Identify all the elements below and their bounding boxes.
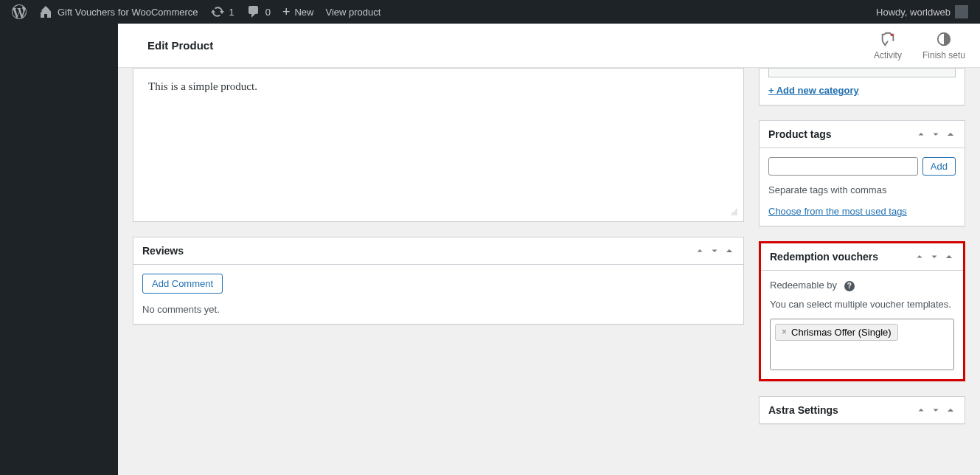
howdy-account[interactable]: Howdy, worldweb bbox=[870, 0, 974, 24]
tag-hint: Separate tags with commas bbox=[768, 184, 956, 195]
categories-box: + Add new category bbox=[759, 68, 965, 105]
product-description-box: This is a simple product. bbox=[133, 68, 744, 222]
choose-tags-link[interactable]: Choose from the most used tags bbox=[768, 206, 907, 217]
comments-count: 0 bbox=[265, 7, 271, 18]
site-name[interactable]: Gift Vouchers for WooCommerce bbox=[32, 0, 204, 24]
updates[interactable]: 1 bbox=[204, 0, 240, 24]
new-content[interactable]: + New bbox=[277, 0, 320, 24]
updates-count: 1 bbox=[229, 7, 234, 18]
remove-chip-icon[interactable]: × bbox=[782, 327, 787, 337]
voucher-chip: × Chrismas Offer (Single) bbox=[775, 324, 898, 341]
toggle-icon[interactable] bbox=[945, 405, 956, 415]
chevron-up-icon[interactable] bbox=[695, 246, 705, 256]
chevron-down-icon[interactable] bbox=[929, 252, 939, 262]
product-tags-box: Product tags Add Separate tags with comm bbox=[759, 120, 965, 226]
add-tag-button[interactable]: Add bbox=[922, 157, 956, 176]
vouchers-title: Redemption vouchers bbox=[770, 251, 878, 263]
avatar bbox=[955, 5, 968, 18]
voucher-select[interactable]: × Chrismas Offer (Single) bbox=[770, 319, 954, 370]
admin-menu[interactable] bbox=[0, 24, 118, 475]
page-header: Edit Product Activity Finish setu bbox=[118, 24, 980, 68]
finish-setup-button[interactable]: Finish setu bbox=[922, 31, 965, 60]
chevron-down-icon[interactable] bbox=[931, 129, 941, 139]
chevron-down-icon[interactable] bbox=[709, 246, 720, 256]
toggle-icon[interactable] bbox=[944, 252, 954, 262]
chevron-up-icon[interactable] bbox=[916, 129, 926, 139]
description-editor[interactable]: This is a simple product. bbox=[138, 73, 739, 217]
page-title: Edit Product bbox=[147, 39, 213, 52]
admin-bar: Gift Vouchers for WooCommerce 1 0 + New … bbox=[0, 0, 980, 24]
toggle-icon[interactable] bbox=[724, 246, 734, 256]
chevron-up-icon[interactable] bbox=[914, 252, 925, 262]
tag-input[interactable] bbox=[768, 157, 918, 176]
toggle-icon[interactable] bbox=[945, 129, 956, 139]
tags-title: Product tags bbox=[768, 128, 832, 140]
view-product[interactable]: View product bbox=[320, 0, 387, 24]
chevron-down-icon[interactable] bbox=[931, 405, 941, 415]
redeemable-label: Redeemable by bbox=[770, 280, 837, 291]
reviews-controls bbox=[695, 246, 734, 256]
reviews-box: Reviews Add Comment No comments yet. bbox=[133, 237, 744, 325]
add-category-link[interactable]: + Add new category bbox=[768, 85, 859, 96]
svg-point-0 bbox=[891, 33, 894, 36]
astra-settings-box: Astra Settings bbox=[759, 396, 965, 424]
activity-button[interactable]: Activity bbox=[874, 31, 902, 60]
reviews-title: Reviews bbox=[142, 245, 184, 257]
site-title: Gift Vouchers for WooCommerce bbox=[58, 7, 198, 18]
add-comment-button[interactable]: Add Comment bbox=[142, 274, 223, 294]
redemption-vouchers-box: Redemption vouchers Redeemable by ? You … bbox=[759, 241, 965, 381]
vouchers-desc: You can select multiple voucher template… bbox=[770, 299, 954, 310]
help-icon[interactable]: ? bbox=[844, 281, 855, 291]
comments[interactable]: 0 bbox=[240, 0, 277, 24]
astra-title: Astra Settings bbox=[768, 404, 838, 416]
new-label: New bbox=[294, 7, 313, 18]
no-comments-text: No comments yet. bbox=[142, 304, 734, 315]
chevron-up-icon[interactable] bbox=[916, 405, 926, 415]
wp-logo[interactable] bbox=[6, 0, 32, 24]
